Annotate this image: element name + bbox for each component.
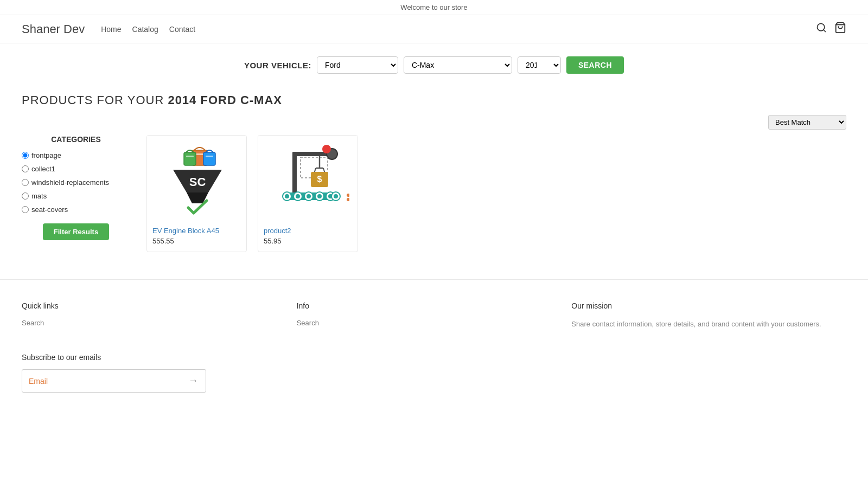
category-radio-windshield[interactable] xyxy=(22,179,29,186)
svg-line-1 xyxy=(824,30,826,32)
svg-text:SC: SC xyxy=(189,175,206,189)
nav-links: Home Catalog Contact xyxy=(101,25,195,34)
category-radio-seat-covers[interactable] xyxy=(22,206,29,213)
sort-select[interactable]: Best Match Price: Low to High Price: Hig… xyxy=(768,115,846,130)
svg-rect-7 xyxy=(203,152,215,165)
category-label-windshield[interactable]: windshield-replacements xyxy=(31,178,109,187)
svg-point-31 xyxy=(317,194,322,198)
svg-text:$: $ xyxy=(317,175,322,184)
model-select[interactable]: C-Max F-150 Mustang Explorer Focus xyxy=(404,56,512,74)
year-select[interactable]: 2014 2015 2016 2013 2012 xyxy=(518,56,561,74)
svg-rect-6 xyxy=(186,156,194,157)
subscribe-form: → xyxy=(22,369,206,393)
header-icons xyxy=(816,22,846,36)
category-label-collect1[interactable]: collect1 xyxy=(31,165,55,173)
vehicle-selector: YOUR VEHICLE: Ford Chevrolet Toyota Hond… xyxy=(0,43,868,82)
announcement-bar: Welcome to our store xyxy=(0,0,868,15)
make-select[interactable]: Ford Chevrolet Toyota Honda Dodge xyxy=(317,56,398,74)
sidebar-title: CATEGORIES xyxy=(22,135,130,144)
product-image-product2: $ xyxy=(258,136,358,222)
category-radio-collect1[interactable] xyxy=(22,165,29,172)
search-icon[interactable] xyxy=(816,22,827,36)
list-item[interactable]: frontpage xyxy=(22,151,130,159)
category-list: frontpage collect1 windshield-replacemen… xyxy=(22,151,130,214)
svg-point-35 xyxy=(334,194,338,198)
vehicle-search-button[interactable]: SEARCH xyxy=(566,56,624,74)
product-card[interactable]: SC EV Engine Block A45 555.55 xyxy=(146,135,247,252)
svg-rect-8 xyxy=(206,156,213,157)
sort-bar: Best Match Price: Low to High Price: Hig… xyxy=(0,113,868,135)
vehicle-label: YOUR VEHICLE: xyxy=(244,61,311,70)
footer-info: Info Search xyxy=(297,301,572,331)
svg-point-36 xyxy=(347,194,349,197)
list-item[interactable]: seat-covers xyxy=(22,206,130,214)
footer-link-search-info[interactable]: Search xyxy=(297,319,561,327)
subscribe-title: Subscribe to our emails xyxy=(22,353,846,362)
list-item[interactable]: mats xyxy=(22,192,130,200)
list-item[interactable]: windshield-replacements xyxy=(22,178,130,187)
product-price-1: 555.55 xyxy=(152,237,241,245)
footer-quick-links: Quick links Search xyxy=(22,301,297,331)
product-info: EV Engine Block A45 555.55 xyxy=(147,222,246,252)
filter-results-button[interactable]: Filter Results xyxy=(43,223,109,240)
page-title-prefix: PRODUCTS FOR YOUR xyxy=(22,93,168,107)
svg-point-37 xyxy=(347,198,349,201)
footer-separator xyxy=(0,279,868,280)
footer-mission: Our mission Share contact information, s… xyxy=(571,301,846,331)
footer-columns: Quick links Search Info Search Our missi… xyxy=(0,285,868,348)
footer-mission-text: Share contact information, store details… xyxy=(571,319,835,330)
footer-link-search-quicklinks[interactable]: Search xyxy=(22,319,286,327)
page-title-section: PRODUCTS FOR YOUR 2014 FORD C-MAX xyxy=(0,82,868,113)
nav-home[interactable]: Home xyxy=(101,25,121,34)
footer-quick-links-title: Quick links xyxy=(22,301,286,310)
svg-point-15 xyxy=(322,145,331,153)
svg-point-25 xyxy=(285,194,289,198)
subscribe-submit-button[interactable]: → xyxy=(181,370,206,392)
product-card[interactable]: $ xyxy=(258,135,358,252)
footer-info-title: Info xyxy=(297,301,561,310)
svg-rect-5 xyxy=(184,152,196,165)
announcement-text: Welcome to our store xyxy=(400,3,467,11)
product-info: product2 55.95 xyxy=(258,222,358,252)
nav-catalog[interactable]: Catalog xyxy=(132,25,158,34)
svg-point-27 xyxy=(296,194,300,198)
product-name-2[interactable]: product2 xyxy=(264,227,352,235)
product-grid: SC EV Engine Block A45 555.55 xyxy=(146,135,846,252)
site-footer: Quick links Search Info Search Our missi… xyxy=(0,285,868,414)
site-logo[interactable]: Shaner Dev xyxy=(22,22,85,36)
subscribe-section: Subscribe to our emails → xyxy=(0,348,868,414)
product-image-ev-engine: SC xyxy=(147,136,247,222)
category-label-seat-covers[interactable]: seat-covers xyxy=(31,206,68,214)
footer-mission-title: Our mission xyxy=(571,301,835,310)
page-title-bold: 2014 FORD C-MAX xyxy=(168,93,282,107)
cart-icon[interactable] xyxy=(834,22,846,36)
product-name-1[interactable]: EV Engine Block A45 xyxy=(152,227,241,235)
sidebar: CATEGORIES frontpage collect1 windshield… xyxy=(22,135,130,252)
product-price-2: 55.95 xyxy=(264,237,352,245)
site-header: Shaner Dev Home Catalog Contact xyxy=(0,15,868,43)
page-title: PRODUCTS FOR YOUR 2014 FORD C-MAX xyxy=(22,93,846,107)
nav-contact[interactable]: Contact xyxy=(169,25,195,34)
category-radio-frontpage[interactable] xyxy=(22,152,29,159)
list-item[interactable]: collect1 xyxy=(22,165,130,173)
category-label-frontpage[interactable]: frontpage xyxy=(31,151,61,159)
svg-point-29 xyxy=(307,194,311,198)
category-radio-mats[interactable] xyxy=(22,192,29,200)
main-content: CATEGORIES frontpage collect1 windshield… xyxy=(0,135,868,274)
header-left: Shaner Dev Home Catalog Contact xyxy=(22,22,195,36)
category-label-mats[interactable]: mats xyxy=(31,192,47,200)
svg-rect-12 xyxy=(292,152,297,195)
email-field[interactable] xyxy=(22,371,181,391)
